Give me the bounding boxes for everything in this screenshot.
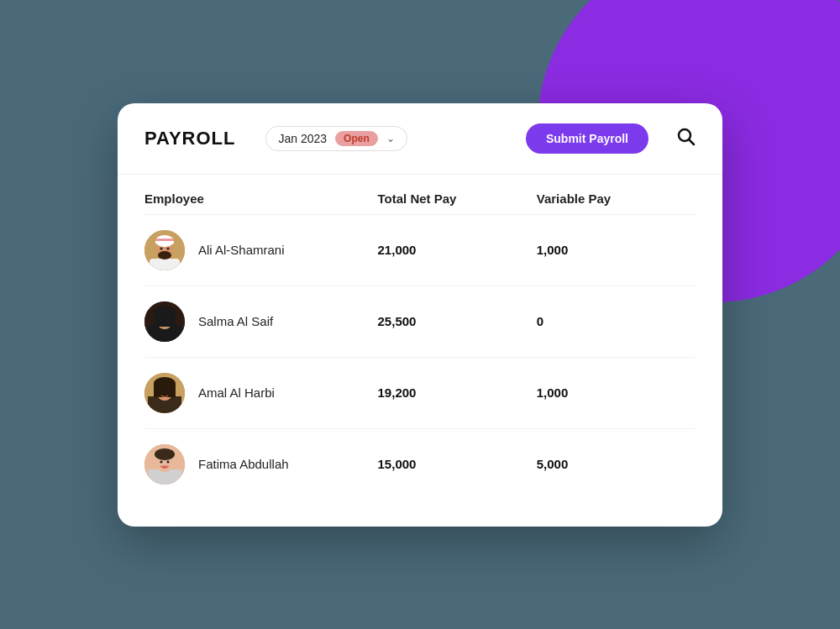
search-button[interactable] [675, 126, 696, 151]
avatar [144, 373, 185, 413]
svg-point-28 [155, 448, 175, 460]
svg-point-16 [160, 318, 163, 321]
svg-rect-8 [155, 238, 174, 241]
avatar [144, 301, 185, 342]
employee-cell: Salma Al Saif [144, 301, 378, 342]
variable-pay-value: 1,000 [537, 243, 696, 257]
column-employee: Employee [144, 191, 378, 206]
status-badge: Open [335, 131, 378, 146]
svg-point-31 [162, 465, 168, 469]
employee-cell: Ali Al-Shamrani [144, 230, 378, 270]
avatar [144, 444, 185, 485]
column-total-net-pay: Total Net Pay [378, 191, 537, 206]
net-pay-value: 19,200 [378, 385, 537, 400]
svg-line-1 [690, 139, 695, 144]
period-label: Jan 2023 [278, 132, 327, 145]
avatar [144, 230, 185, 270]
payroll-table: Employee Total Net Pay Variable Pay [118, 175, 722, 500]
table-row[interactable]: Ali Al-Shamrani 21,000 1,000 [144, 214, 696, 286]
employee-name: Ali Al-Shamrani [198, 243, 285, 257]
variable-pay-value: 0 [537, 314, 696, 328]
table-row[interactable]: Salma Al Saif 25,500 0 [144, 286, 696, 357]
net-pay-value: 21,000 [378, 243, 537, 257]
employee-cell: Amal Al Harbi [144, 373, 378, 413]
net-pay-value: 15,000 [378, 457, 537, 471]
employee-name: Fatima Abdullah [198, 457, 289, 471]
column-variable-pay: Variable Pay [537, 191, 696, 206]
svg-point-10 [167, 247, 170, 249]
svg-point-24 [167, 390, 170, 392]
app-title: PAYROLL [144, 128, 235, 149]
svg-rect-15 [154, 313, 176, 327]
svg-point-5 [158, 251, 171, 259]
variable-pay-value: 5,000 [537, 457, 696, 471]
svg-rect-3 [150, 259, 180, 270]
svg-point-29 [160, 460, 163, 463]
submit-payroll-button[interactable]: Submit Payroll [526, 123, 648, 154]
table-header: Employee Total Net Pay Variable Pay [144, 175, 696, 214]
svg-point-9 [160, 247, 163, 249]
search-icon [675, 126, 696, 146]
period-selector[interactable]: Jan 2023 Open ⌄ [265, 126, 407, 151]
svg-point-17 [167, 318, 170, 321]
chevron-down-icon: ⌄ [386, 133, 395, 144]
table-row[interactable]: Fatima Abdullah 15,000 5,000 [144, 428, 696, 500]
svg-rect-22 [154, 384, 176, 397]
net-pay-value: 25,500 [378, 314, 537, 328]
employee-name: Salma Al Saif [198, 314, 273, 328]
table-row[interactable]: Amal Al Harbi 19,200 1,000 [144, 357, 696, 428]
svg-point-23 [160, 390, 163, 392]
payroll-card: PAYROLL Jan 2023 Open ⌄ Submit Payroll E… [118, 103, 722, 527]
variable-pay-value: 1,000 [537, 385, 696, 400]
employee-name: Amal Al Harbi [198, 385, 275, 400]
card-header: PAYROLL Jan 2023 Open ⌄ Submit Payroll [118, 103, 722, 175]
svg-point-30 [167, 460, 170, 463]
employee-cell: Fatima Abdullah [144, 444, 378, 485]
